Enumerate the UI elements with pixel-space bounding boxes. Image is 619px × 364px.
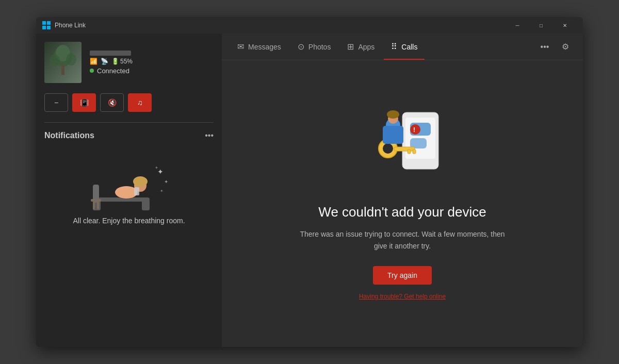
device-name [90,51,131,56]
svg-text:✦: ✦ [155,166,158,170]
ring-button[interactable]: ♫ [128,93,152,112]
messages-icon: ✉ [237,42,244,52]
svg-text:!: ! [413,126,415,134]
main-content: 📶 📡 🔋 55% Connected − 📳 🔇 [36,34,583,347]
svg-point-32 [383,143,393,154]
try-again-button[interactable]: Try again [373,266,432,285]
svg-rect-0 [42,21,46,25]
window-controls: ─ □ ✕ [506,17,577,34]
photos-icon: ⊙ [298,42,304,52]
connected-label: Connected [97,67,129,75]
signal-icon: 📡 [101,58,108,65]
tab-messages[interactable]: ✉ Messages [230,34,288,60]
app-title: Phone Link [55,22,506,29]
notifications-header: Notifications ••• [44,131,214,140]
svg-rect-22 [93,202,95,209]
connected-status-row: Connected [90,67,133,75]
tab-calls-label: Calls [401,43,417,51]
nav-settings-button[interactable]: ⚙ [556,38,575,56]
sidebar: 📶 📡 🔋 55% Connected − 📳 🔇 [36,34,222,347]
wifi-icon: 📶 [90,58,97,65]
error-content: ! We couldn't add your device T [222,60,583,347]
tab-apps[interactable]: ⊞ Apps [340,34,382,60]
svg-rect-24 [134,187,139,195]
notifications-title: Notifications [44,131,94,140]
calls-icon: ⠿ [391,42,397,52]
right-panel: ✉ Messages ⊙ Photos ⊞ Apps ⠿ Calls ••• ⚙ [222,34,583,347]
nav-tabs: ✉ Messages ⊙ Photos ⊞ Apps ⠿ Calls ••• ⚙ [222,34,583,60]
svg-text:✦: ✦ [160,189,164,193]
close-button[interactable]: ✕ [553,17,577,34]
svg-rect-7 [61,64,64,75]
notifications-more-button[interactable]: ••• [205,131,214,140]
apps-icon: ⊞ [347,42,354,52]
svg-rect-21 [91,199,101,202]
svg-rect-1 [47,21,51,25]
svg-rect-39 [383,126,403,144]
device-info: 📶 📡 🔋 55% Connected [44,42,214,83]
battery-percent: 55% [120,58,133,65]
tab-messages-label: Messages [248,43,281,51]
error-title: We couldn't add your device [318,204,486,220]
nav-more-button[interactable]: ••• [535,38,554,56]
connected-dot [90,69,94,73]
svg-rect-35 [413,150,416,154]
svg-text:✦: ✦ [164,179,168,185]
battery-icon: 🔋 55% [111,58,133,65]
notifications-empty: ✦ ✦ ✦ ✦ All clear. Enjoy the breathing r… [44,148,214,237]
vibrate-button[interactable]: 📳 [72,93,96,112]
svg-point-9 [66,53,76,65]
tab-photos[interactable]: ⊙ Photos [290,34,338,60]
svg-point-8 [50,54,60,67]
device-avatar [44,42,82,83]
action-buttons: − 📳 🔇 ♫ [44,93,214,112]
app-window: Phone Link ─ □ ✕ [36,17,583,347]
mute-button[interactable]: − [44,93,68,112]
tab-apps-label: Apps [358,43,374,51]
maximize-button[interactable]: □ [529,17,553,34]
divider [44,122,214,123]
title-bar: Phone Link ─ □ ✕ [36,17,583,34]
svg-rect-23 [97,202,99,209]
silent-button[interactable]: 🔇 [100,93,124,112]
svg-rect-12 [142,200,150,210]
svg-rect-2 [42,26,46,29]
svg-point-29 [410,124,420,135]
error-description: There was an issue trying to connect. Wa… [294,228,511,252]
error-illustration: ! [351,107,454,190]
svg-rect-34 [408,150,411,154]
help-link[interactable]: Having trouble? Get help online [359,293,446,300]
tab-photos-label: Photos [308,43,331,51]
svg-rect-33 [394,147,415,151]
svg-point-16 [133,176,148,187]
device-details: 📶 📡 🔋 55% Connected [90,51,133,75]
empty-text: All clear. Enjoy the breathing room. [73,216,185,226]
empty-illustration: ✦ ✦ ✦ ✦ [83,159,175,216]
device-status-row: 📶 📡 🔋 55% [90,58,133,65]
minimize-button[interactable]: ─ [506,17,529,34]
tab-calls[interactable]: ⠿ Calls [384,34,425,60]
avatar-image [44,42,82,83]
svg-rect-3 [47,26,51,29]
app-icon [42,21,51,29]
svg-point-38 [387,110,399,119]
